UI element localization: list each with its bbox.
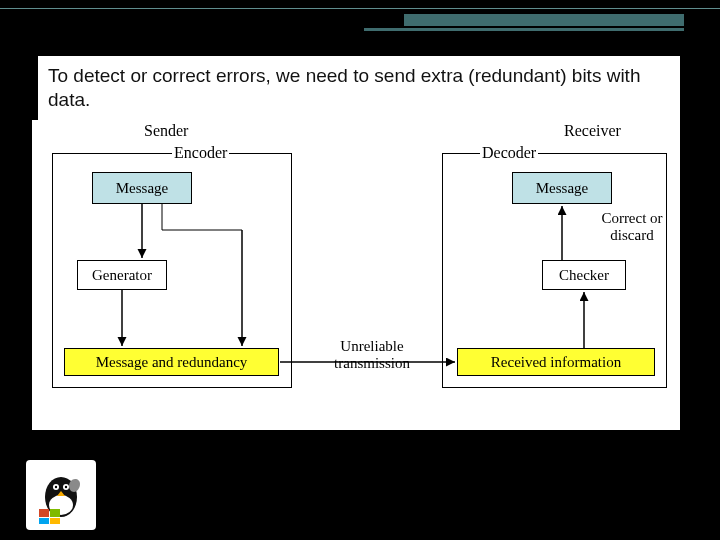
svg-rect-15	[39, 509, 49, 517]
generator-box: Generator	[77, 260, 167, 290]
svg-rect-17	[39, 518, 49, 524]
accent-bar	[404, 14, 684, 26]
receiver-label: Receiver	[562, 122, 623, 140]
channel-label: Unreliable transmission	[307, 338, 437, 371]
correct-discard-label: Correct or discard	[592, 210, 672, 243]
divider-top	[0, 8, 720, 12]
diagram-container: Sender Receiver Encoder Decoder Message …	[32, 120, 680, 430]
received-information-box: Received information	[457, 348, 655, 376]
receiver-message-box: Message	[512, 172, 612, 204]
os-logos-icon	[26, 460, 96, 530]
sender-message-box: Message	[92, 172, 192, 204]
svg-rect-18	[50, 518, 60, 524]
accent-bar-2	[364, 28, 684, 31]
svg-point-12	[55, 486, 57, 488]
decoder-label: Decoder	[480, 144, 538, 162]
svg-rect-16	[50, 509, 60, 517]
checker-box: Checker	[542, 260, 626, 290]
svg-point-13	[65, 486, 67, 488]
sender-label: Sender	[142, 122, 190, 140]
intro-text: To detect or correct errors, we need to …	[38, 56, 680, 122]
message-redundancy-box: Message and redundancy	[64, 348, 279, 376]
encoder-label: Encoder	[172, 144, 229, 162]
